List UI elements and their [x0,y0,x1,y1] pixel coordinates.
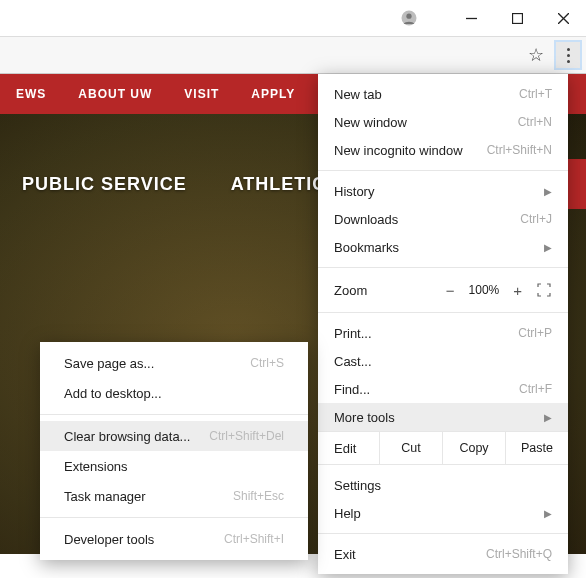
fullscreen-icon[interactable] [536,282,552,298]
menu-history[interactable]: History▶ [318,177,568,205]
shortcut-text: Ctrl+Shift+I [224,532,284,546]
user-icon[interactable] [400,9,418,27]
chevron-right-icon: ▶ [544,412,552,423]
chevron-right-icon: ▶ [544,186,552,197]
submenu-add-desktop[interactable]: Add to desktop... [40,378,308,408]
menu-separator [318,170,568,171]
chevron-right-icon: ▶ [544,508,552,519]
zoom-in-button[interactable]: + [513,282,522,299]
menu-zoom: Zoom − 100% + [318,274,568,306]
subnav-item[interactable]: PUBLIC SERVICE [0,162,209,207]
edit-label: Edit [318,432,380,464]
browser-menu-button[interactable] [554,40,582,70]
submenu-clear-data[interactable]: Clear browsing data...Ctrl+Shift+Del [40,421,308,451]
menu-separator [40,517,308,518]
zoom-value: 100% [469,283,500,297]
menu-more-tools[interactable]: More tools▶ [318,403,568,431]
shortcut-text: Ctrl+Shift+N [487,143,552,157]
menu-separator [40,414,308,415]
menu-incognito[interactable]: New incognito windowCtrl+Shift+N [318,136,568,164]
svg-rect-3 [512,13,522,23]
menu-exit[interactable]: ExitCtrl+Shift+Q [318,540,568,568]
menu-edit-row: Edit Cut Copy Paste [318,431,568,465]
menu-print[interactable]: Print...Ctrl+P [318,319,568,347]
menu-find[interactable]: Find...Ctrl+F [318,375,568,403]
menu-new-tab[interactable]: New tabCtrl+T [318,80,568,108]
submenu-dev-tools[interactable]: Developer toolsCtrl+Shift+I [40,524,308,554]
edit-copy-button[interactable]: Copy [443,432,506,464]
submenu-save-page[interactable]: Save page as...Ctrl+S [40,348,308,378]
svg-point-1 [406,14,411,19]
menu-cast[interactable]: Cast... [318,347,568,375]
submenu-task-manager[interactable]: Task managerShift+Esc [40,481,308,511]
nav-item[interactable]: VISIT [168,74,235,114]
zoom-label: Zoom [334,283,432,298]
chevron-right-icon: ▶ [544,242,552,253]
menu-settings[interactable]: Settings [318,471,568,499]
nav-item[interactable]: EWS [0,74,62,114]
edit-paste-button[interactable]: Paste [506,432,568,464]
shortcut-text: Ctrl+S [250,356,284,370]
minimize-button[interactable] [448,0,494,36]
browser-main-menu: New tabCtrl+T New windowCtrl+N New incog… [318,74,568,574]
maximize-button[interactable] [494,0,540,36]
menu-downloads[interactable]: DownloadsCtrl+J [318,205,568,233]
shortcut-text: Ctrl+N [518,115,552,129]
shortcut-text: Shift+Esc [233,489,284,503]
more-tools-submenu: Save page as...Ctrl+S Add to desktop... … [40,342,308,560]
submenu-extensions[interactable]: Extensions [40,451,308,481]
edit-cut-button[interactable]: Cut [380,432,443,464]
shortcut-text: Ctrl+J [520,212,552,226]
window-titlebar [0,0,586,36]
shortcut-text: Ctrl+Shift+Q [486,547,552,561]
nav-item[interactable]: APPLY [235,74,311,114]
menu-separator [318,267,568,268]
shortcut-text: Ctrl+F [519,382,552,396]
browser-toolbar: ☆ [0,36,586,74]
bookmark-star-icon[interactable]: ☆ [522,44,550,66]
shortcut-text: Ctrl+Shift+Del [209,429,284,443]
menu-help[interactable]: Help▶ [318,499,568,527]
shortcut-text: Ctrl+T [519,87,552,101]
zoom-out-button[interactable]: − [446,282,455,299]
menu-separator [318,533,568,534]
nav-item[interactable]: ABOUT UW [62,74,168,114]
shortcut-text: Ctrl+P [518,326,552,340]
menu-bookmarks[interactable]: Bookmarks▶ [318,233,568,261]
close-button[interactable] [540,0,586,36]
menu-separator [318,312,568,313]
menu-new-window[interactable]: New windowCtrl+N [318,108,568,136]
